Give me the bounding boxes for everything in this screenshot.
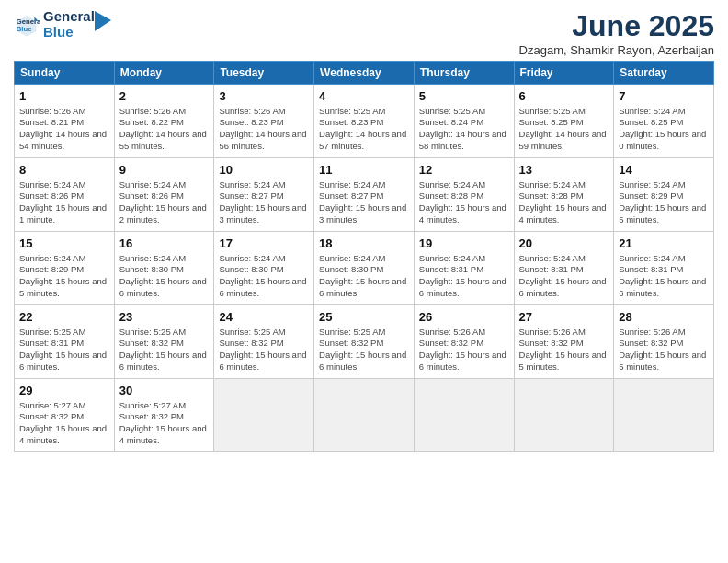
day-26: 26 Sunrise: 5:26 AMSunset: 8:32 PMDaylig… bbox=[414, 305, 514, 379]
empty-cell bbox=[514, 379, 614, 452]
day-4: 4 Sunrise: 5:25 AMSunset: 8:23 PMDayligh… bbox=[314, 85, 415, 158]
day-19: 19 Sunrise: 5:24 AMSunset: 8:31 PMDaylig… bbox=[414, 232, 514, 305]
day-8: 8 Sunrise: 5:24 AMSunset: 8:26 PMDayligh… bbox=[15, 158, 115, 232]
day-21: 21 Sunrise: 5:24 AMSunset: 8:31 PMDaylig… bbox=[614, 232, 714, 305]
day-24: 24 Sunrise: 5:25 AMSunset: 8:32 PMDaylig… bbox=[214, 305, 314, 379]
day-30: 30 Sunrise: 5:27 AMSunset: 8:32 PMDaylig… bbox=[114, 379, 214, 452]
day-14: 14 Sunrise: 5:24 AMSunset: 8:29 PMDaylig… bbox=[614, 158, 714, 232]
empty-cell bbox=[314, 379, 415, 452]
svg-text:General: General bbox=[17, 17, 40, 25]
logo-arrow-icon bbox=[95, 11, 111, 31]
table-row: 8 Sunrise: 5:24 AMSunset: 8:26 PMDayligh… bbox=[15, 158, 714, 232]
day-2: 2 Sunrise: 5:26 AMSunset: 8:22 PMDayligh… bbox=[114, 85, 214, 158]
col-monday: Monday bbox=[114, 62, 214, 85]
table-row: 1 Sunrise: 5:26 AMSunset: 8:21 PMDayligh… bbox=[15, 85, 714, 158]
day-20: 20 Sunrise: 5:24 AMSunset: 8:31 PMDaylig… bbox=[514, 232, 614, 305]
day-9: 9 Sunrise: 5:24 AMSunset: 8:26 PMDayligh… bbox=[114, 158, 214, 232]
day-5: 5 Sunrise: 5:25 AMSunset: 8:24 PMDayligh… bbox=[414, 85, 514, 158]
col-saturday: Saturday bbox=[614, 62, 714, 85]
empty-cell bbox=[214, 379, 314, 452]
day-29: 29 Sunrise: 5:27 AMSunset: 8:32 PMDaylig… bbox=[15, 379, 115, 452]
day-25: 25 Sunrise: 5:25 AMSunset: 8:32 PMDaylig… bbox=[314, 305, 415, 379]
day-7: 7 Sunrise: 5:24 AMSunset: 8:25 PMDayligh… bbox=[614, 85, 714, 158]
logo: General Blue General Blue bbox=[14, 9, 111, 40]
day-3: 3 Sunrise: 5:26 AMSunset: 8:23 PMDayligh… bbox=[214, 85, 314, 158]
logo-general: General bbox=[43, 9, 95, 25]
empty-cell bbox=[414, 379, 514, 452]
header: General Blue General Blue June 2025 Dzag… bbox=[14, 9, 714, 57]
title-block: June 2025 Dzagam, Shamkir Rayon, Azerbai… bbox=[519, 9, 714, 57]
day-10: 10 Sunrise: 5:24 AMSunset: 8:27 PMDaylig… bbox=[214, 158, 314, 232]
calendar-header-row: Sunday Monday Tuesday Wednesday Thursday… bbox=[15, 62, 714, 85]
page-container: General Blue General Blue June 2025 Dzag… bbox=[0, 0, 728, 461]
day-6: 6 Sunrise: 5:25 AMSunset: 8:25 PMDayligh… bbox=[514, 85, 614, 158]
table-row: 15 Sunrise: 5:24 AMSunset: 8:29 PMDaylig… bbox=[15, 232, 714, 305]
day-17: 17 Sunrise: 5:24 AMSunset: 8:30 PMDaylig… bbox=[214, 232, 314, 305]
table-row: 29 Sunrise: 5:27 AMSunset: 8:32 PMDaylig… bbox=[15, 379, 714, 452]
day-23: 23 Sunrise: 5:25 AMSunset: 8:32 PMDaylig… bbox=[114, 305, 214, 379]
day-13: 13 Sunrise: 5:24 AMSunset: 8:28 PMDaylig… bbox=[514, 158, 614, 232]
svg-marker-4 bbox=[95, 11, 111, 31]
day-15: 15 Sunrise: 5:24 AMSunset: 8:29 PMDaylig… bbox=[15, 232, 115, 305]
table-row: 22 Sunrise: 5:25 AMSunset: 8:31 PMDaylig… bbox=[15, 305, 714, 379]
day-11: 11 Sunrise: 5:24 AMSunset: 8:27 PMDaylig… bbox=[314, 158, 415, 232]
location-subtitle: Dzagam, Shamkir Rayon, Azerbaijan bbox=[519, 43, 714, 57]
day-27: 27 Sunrise: 5:26 AMSunset: 8:32 PMDaylig… bbox=[514, 305, 614, 379]
logo-icon: General Blue bbox=[14, 12, 40, 38]
col-wednesday: Wednesday bbox=[314, 62, 415, 85]
calendar-table: Sunday Monday Tuesday Wednesday Thursday… bbox=[14, 61, 714, 452]
logo-blue: Blue bbox=[43, 25, 95, 40]
col-thursday: Thursday bbox=[414, 62, 514, 85]
col-friday: Friday bbox=[514, 62, 614, 85]
svg-text:Blue: Blue bbox=[17, 25, 32, 33]
day-12: 12 Sunrise: 5:24 AMSunset: 8:28 PMDaylig… bbox=[414, 158, 514, 232]
empty-cell bbox=[614, 379, 714, 452]
month-title: June 2025 bbox=[519, 9, 714, 43]
day-16: 16 Sunrise: 5:24 AMSunset: 8:30 PMDaylig… bbox=[114, 232, 214, 305]
day-18: 18 Sunrise: 5:24 AMSunset: 8:30 PMDaylig… bbox=[314, 232, 415, 305]
day-1: 1 Sunrise: 5:26 AMSunset: 8:21 PMDayligh… bbox=[15, 85, 115, 158]
day-28: 28 Sunrise: 5:26 AMSunset: 8:32 PMDaylig… bbox=[614, 305, 714, 379]
col-sunday: Sunday bbox=[15, 62, 115, 85]
day-22: 22 Sunrise: 5:25 AMSunset: 8:31 PMDaylig… bbox=[15, 305, 115, 379]
col-tuesday: Tuesday bbox=[214, 62, 314, 85]
